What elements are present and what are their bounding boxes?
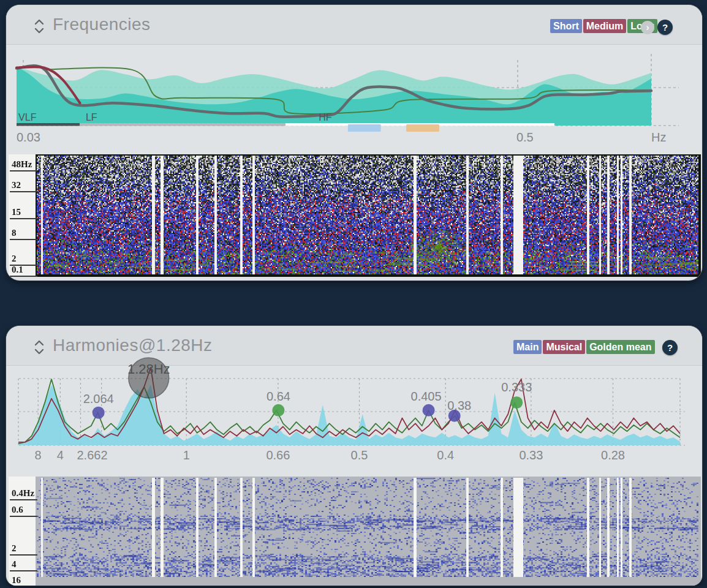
page-background: { "panels": { "frequencies": { "title": … xyxy=(0,0,707,588)
frequencies-spectrogram xyxy=(37,156,698,274)
x-tick-hz: Hz xyxy=(651,130,666,145)
x-tick-4: 4 xyxy=(57,448,64,462)
panel-frequencies: Frequencies ShortMediumLong › ? VLFLFHF … xyxy=(6,5,702,281)
collapse-toggle-icon[interactable] xyxy=(34,18,45,34)
spectrogram-y-label-15: 15 xyxy=(10,207,37,219)
band-bar-segment xyxy=(80,123,285,126)
peak-marker-label-2-064: 2.064 xyxy=(83,392,114,405)
legend-chip-golden-mean[interactable]: Golden mean xyxy=(586,340,654,354)
spectrogram-y-label-48hz: 48Hz xyxy=(10,159,37,172)
x-tick-0-5: 0.5 xyxy=(516,130,534,145)
peak-marker-2-064[interactable] xyxy=(93,407,105,419)
harmonies-x-axis: 842.66210.660.50.40.330.28 xyxy=(6,448,702,464)
frequencies-x-axis: 0.030.5Hz xyxy=(6,130,702,146)
spectrogram-y-label-0-1: 0.1 xyxy=(10,265,37,277)
collapse-toggle-icon[interactable] xyxy=(34,339,45,355)
help-button[interactable]: ? xyxy=(657,20,673,35)
legend-chip-main[interactable]: Main xyxy=(513,340,542,354)
spectrogram-y-label-0-4hz: 0.4Hz xyxy=(10,488,37,500)
band-label-hf: HF xyxy=(319,112,332,123)
x-tick-0-33: 0.33 xyxy=(519,448,543,462)
x-tick-0-66: 0.66 xyxy=(266,448,290,462)
legend-chip-medium[interactable]: Medium xyxy=(583,19,626,33)
spectrogram-y-label-0-6: 0.6 xyxy=(10,505,37,517)
frequencies-header: Frequencies ShortMediumLong › ? xyxy=(6,5,702,45)
harmonies-legend: MainMusicalGolden mean xyxy=(513,340,655,354)
peak-marker-label-0-405: 0.405 xyxy=(411,390,442,403)
spectrogram-y-label-2: 2 xyxy=(10,254,37,266)
band-bar-segment xyxy=(17,123,80,126)
x-tick-1: 1 xyxy=(183,448,190,462)
legend-chip-musical[interactable]: Musical xyxy=(543,340,585,354)
spectrogram-y-label-2: 2 xyxy=(10,543,37,556)
peak-marker-label-0-333: 0.333 xyxy=(501,380,532,394)
peak-marker-0-333[interactable] xyxy=(510,396,523,409)
x-tick-0-28: 0.28 xyxy=(601,448,625,462)
band-label-lf: LF xyxy=(86,112,97,123)
peak-marker-label-0-38: 0.38 xyxy=(447,399,471,412)
x-tick-0-5: 0.5 xyxy=(351,448,368,462)
peak-marker-label-0-64: 0.64 xyxy=(267,390,290,403)
x-tick-0-4: 0.4 xyxy=(437,448,454,462)
page-title: Harmonies@1.28Hz xyxy=(53,336,213,355)
legend-chip-short[interactable]: Short xyxy=(550,19,582,33)
band-label-vlf: VLF xyxy=(18,112,37,123)
spectrogram-y-label-16: 16 xyxy=(10,575,37,586)
x-tick-2-662: 2.662 xyxy=(77,448,107,462)
x-tick-0-03: 0.03 xyxy=(17,130,40,145)
peak-marker-0-64[interactable] xyxy=(272,404,284,417)
spectrogram-y-label-8: 8 xyxy=(10,228,37,240)
page-title: Frequencies xyxy=(53,15,151,34)
help-button[interactable]: ? xyxy=(662,340,678,355)
x-tick-8: 8 xyxy=(35,448,42,462)
peak-marker-0-405[interactable] xyxy=(423,404,435,417)
expand-button[interactable]: › xyxy=(641,21,654,34)
spectrogram-y-label-32: 32 xyxy=(10,180,37,192)
harmonies-spectrogram xyxy=(37,478,698,577)
panel-harmonies: Harmonies@1.28Hz MainMusicalGolden mean … xyxy=(6,326,702,586)
spectrogram-y-label-4: 4 xyxy=(10,559,37,571)
selected-peak-label: 1.28Hz xyxy=(127,361,170,377)
